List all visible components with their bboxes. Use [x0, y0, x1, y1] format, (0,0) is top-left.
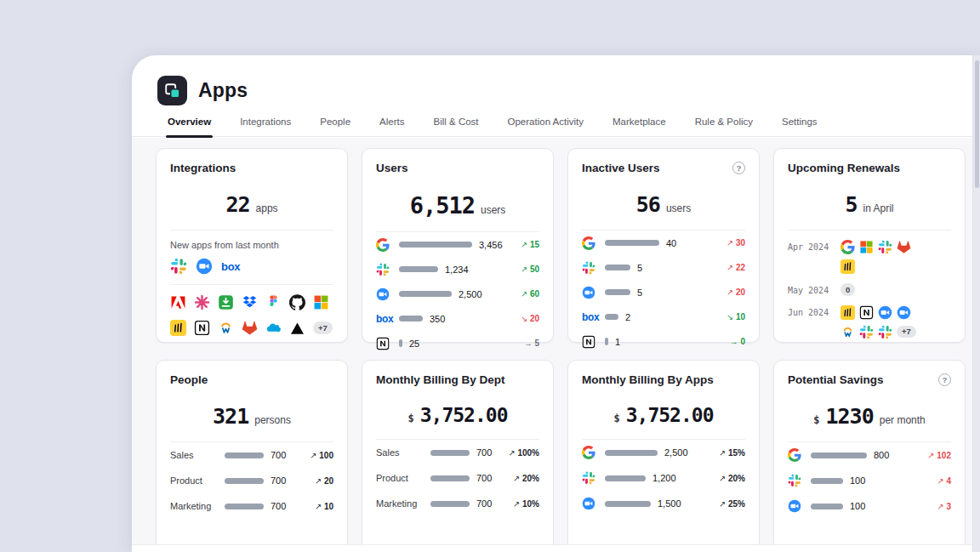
zoom-icon: [196, 258, 213, 275]
trend: →0: [730, 337, 745, 346]
metric-row: 800 ↗102: [788, 442, 951, 468]
dept-label: Product: [170, 475, 225, 486]
trend-up-icon: ↗: [508, 448, 515, 458]
metric-row: Marketing 700 ↗10: [170, 493, 333, 519]
tab-rule-policy[interactable]: Rule & Policy: [695, 117, 753, 138]
google-icon: [582, 446, 605, 459]
usage-bar: [811, 452, 867, 458]
adobe-icon: [170, 294, 186, 310]
google-icon: [788, 448, 811, 462]
trend-flat-icon: →: [524, 339, 533, 348]
trend-up-icon: ↗: [513, 474, 520, 483]
apps-logo-icon: [157, 76, 187, 105]
metric-value: 2,500: [664, 447, 688, 458]
trend: ↗50: [521, 265, 539, 274]
trend-value: 4: [946, 476, 951, 486]
usage-bar: [225, 504, 264, 509]
usage-bar: [605, 338, 608, 345]
people-card: People 321 persons Sales 700 ↗100 Produc…: [156, 360, 348, 544]
tab-settings[interactable]: Settings: [782, 117, 818, 138]
month-apps: +7: [840, 305, 926, 339]
upcoming-renewals-card: Upcoming Renewals 5 in April Apr 2024: [773, 148, 966, 343]
metric-row: 1,200 ↗20%: [582, 465, 745, 491]
usage-bar: [225, 478, 264, 484]
metric-value: 350: [430, 314, 445, 324]
metric-value: 700: [476, 447, 492, 458]
more-apps-badge[interactable]: +7: [313, 322, 333, 334]
trend-value: 20: [736, 287, 745, 297]
integrations-unit: apps: [256, 202, 278, 214]
tab-people[interactable]: People: [320, 117, 350, 138]
usage-bar: [605, 314, 618, 320]
tab-integrations[interactable]: Integrations: [240, 117, 291, 138]
trend-value: 20: [324, 476, 333, 486]
tab-overview[interactable]: Overview: [168, 117, 211, 138]
metric-value: 3,456: [479, 240, 503, 250]
tab-bill-cost[interactable]: Bill & Cost: [433, 117, 478, 138]
horizontal-scrollbar[interactable]: [132, 544, 972, 552]
metric-row: 40 ↗30: [582, 230, 745, 255]
dept-label: Sales: [170, 450, 225, 460]
people-unit: persons: [254, 414, 291, 426]
trend-value: 30: [736, 238, 745, 248]
tab-marketplace[interactable]: Marketplace: [612, 117, 666, 138]
metric-value: 1,234: [445, 265, 469, 275]
trend-value: 3: [946, 502, 951, 511]
metric-row: box 2 ↘10: [582, 304, 745, 329]
vertical-scrollbar[interactable]: [972, 55, 980, 552]
renewals-unit: in April: [863, 202, 894, 214]
slack-icon: [582, 261, 605, 275]
miro-icon: [170, 320, 186, 336]
more-renewals-badge[interactable]: +7: [897, 326, 916, 339]
month-apps: [840, 240, 926, 274]
vercel-icon: [289, 320, 305, 336]
trend: ↗10%: [513, 499, 539, 509]
usage-bar: [605, 265, 630, 270]
trend-down-icon: ↘: [726, 312, 733, 322]
metric-row: 1,234 ↗50: [376, 257, 539, 282]
trend: ↗102: [927, 451, 951, 460]
usage-bar: [811, 478, 843, 484]
gitlab-icon: [897, 240, 911, 254]
trend: ↗3: [937, 502, 951, 511]
new-apps-label: New apps from last month: [170, 240, 333, 250]
question-help-icon[interactable]: ?: [732, 162, 745, 174]
box-icon: box: [376, 313, 399, 325]
google-icon: [376, 238, 399, 252]
card-title-users: Users: [376, 162, 408, 174]
box-icon: box: [582, 311, 605, 323]
microsoft-icon: [313, 294, 329, 310]
question-help-icon[interactable]: ?: [938, 373, 951, 386]
inactive-users-count: 56: [636, 192, 660, 217]
trend-value: 15: [530, 240, 539, 249]
trend-down-icon: ↘: [521, 314, 527, 323]
usage-bar: [605, 289, 630, 295]
apps-icons-row-2: +7: [170, 320, 333, 336]
scrollbar-thumb[interactable]: [975, 60, 979, 188]
trend: ↗20: [315, 476, 333, 486]
slack-icon: [859, 325, 874, 339]
cards-grid: Integrations 22 apps New apps from last …: [156, 148, 972, 544]
dept-label: Sales: [376, 447, 430, 458]
integrations-card: Integrations 22 apps New apps from last …: [156, 148, 348, 343]
trend-value: 100: [319, 451, 333, 460]
usage-bar: [605, 450, 658, 456]
potential-savings-card: Potential Savings ? $ 1230 per month 800…: [773, 360, 966, 544]
month-label: Apr 2024: [788, 240, 840, 274]
trend-value: 15%: [728, 448, 745, 458]
renewals-stat: 5 in April: [788, 192, 951, 217]
usage-bar: [399, 339, 402, 347]
usage-bar: [605, 475, 646, 481]
trend: ↗25%: [719, 499, 745, 509]
trend-value: 20%: [728, 474, 745, 483]
metric-value: 700: [476, 473, 492, 483]
tab-operation-activity[interactable]: Operation Activity: [508, 117, 584, 138]
dept-label: Product: [376, 473, 430, 483]
trend: ↘20: [521, 314, 539, 323]
tab-alerts[interactable]: Alerts: [379, 117, 404, 138]
billing-apps-amount: 3,752.00: [626, 404, 714, 426]
page-title: Apps: [198, 79, 248, 102]
page-header: Apps Overview Integrations People Alerts…: [132, 55, 980, 137]
integrations-stat: 22 apps: [170, 192, 333, 217]
dept-label: Marketing: [170, 501, 225, 511]
